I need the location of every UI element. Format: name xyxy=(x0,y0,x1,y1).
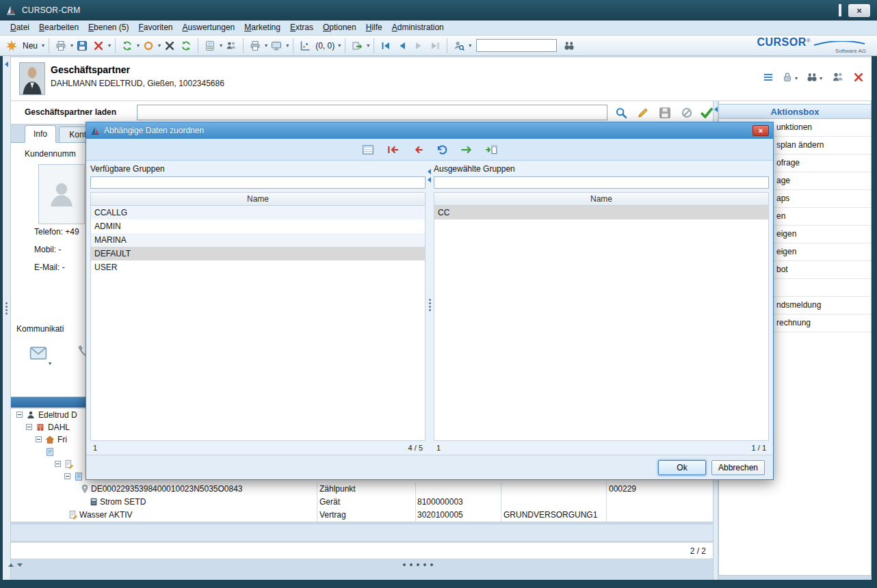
list-item-selected[interactable]: DEFAULT xyxy=(91,247,425,260)
partners-icon[interactable] xyxy=(830,70,846,85)
dialog-close-button[interactable]: × xyxy=(752,125,769,136)
table-row[interactable]: Wasser AKTIV Vertrag 3020100005 GRUNDVER… xyxy=(11,509,713,522)
confirm-icon[interactable] xyxy=(699,105,714,120)
calculator-icon[interactable] xyxy=(202,38,218,54)
splitter-handle[interactable] xyxy=(426,299,434,311)
fax-dropdown-arrow[interactable]: ▾ xyxy=(265,43,267,49)
binoculars-icon[interactable] xyxy=(562,38,577,54)
available-groups-filter-input[interactable] xyxy=(90,176,426,189)
nav-last-button[interactable] xyxy=(428,38,443,54)
tree-expander-icon[interactable] xyxy=(16,412,23,418)
new-icon[interactable] xyxy=(4,38,19,54)
status-dropdown-arrow[interactable]: ▾ xyxy=(158,43,161,49)
column-settings-icon[interactable] xyxy=(362,144,374,156)
email-compose-icon[interactable] xyxy=(27,343,49,364)
cancel-icon[interactable] xyxy=(162,38,177,54)
coordinates-icon[interactable] xyxy=(298,38,313,54)
collapse-sidebar-icon[interactable] xyxy=(714,107,718,112)
save-icon[interactable] xyxy=(75,38,90,54)
column-header-name[interactable]: Name xyxy=(90,192,426,206)
tree-expander-icon[interactable] xyxy=(36,436,42,442)
menu-ebenen[interactable]: Ebenen (5) xyxy=(83,21,133,35)
menu-optionen[interactable]: Optionen xyxy=(318,21,361,35)
menu-datei[interactable]: Datei xyxy=(5,21,34,35)
menu-list-icon[interactable] xyxy=(761,70,776,85)
save-record-icon[interactable] xyxy=(657,105,672,120)
refresh-dropdown-arrow[interactable]: ▾ xyxy=(137,43,140,49)
menu-auswertungen[interactable]: Auswertungen xyxy=(178,21,240,35)
collapse-down-icon[interactable] xyxy=(17,563,23,567)
selected-groups-filter-input[interactable] xyxy=(434,176,769,189)
horizontal-scrollbar[interactable] xyxy=(11,524,713,542)
header-binoculars-icon[interactable] xyxy=(804,70,820,85)
sync-icon[interactable] xyxy=(179,38,194,54)
splitter-chevron-icon[interactable] xyxy=(428,169,431,174)
search-icon[interactable] xyxy=(614,105,629,120)
lock-dropdown-arrow[interactable]: ▾ xyxy=(795,75,798,81)
new-button-label[interactable]: Neu xyxy=(23,41,38,51)
block-icon[interactable] xyxy=(679,105,694,120)
list-item[interactable]: USER xyxy=(91,260,425,274)
menu-administration[interactable]: Administration xyxy=(387,21,449,35)
new-dropdown-arrow[interactable]: ▾ xyxy=(42,43,44,49)
assign-all-icon[interactable] xyxy=(485,144,497,156)
menu-bearbeiten[interactable]: Bearbeiten xyxy=(34,21,83,35)
refresh-icon[interactable] xyxy=(120,38,135,54)
partner-load-input[interactable] xyxy=(137,105,607,120)
fax-icon[interactable] xyxy=(248,38,263,54)
print-dropdown-arrow[interactable]: ▾ xyxy=(70,43,73,49)
table-row[interactable]: DE00022935398400010023N5035O0843 Zählpun… xyxy=(11,483,713,496)
nav-prev-button[interactable] xyxy=(395,38,410,54)
tree-expander-icon[interactable] xyxy=(26,424,32,430)
monitor-dropdown-arrow[interactable]: ▾ xyxy=(286,43,289,49)
list-item-selected[interactable]: CC xyxy=(434,206,768,219)
collapse-up-icon[interactable] xyxy=(8,563,14,567)
close-record-icon[interactable] xyxy=(851,70,866,85)
person-search-icon[interactable] xyxy=(451,38,467,54)
column-header-name[interactable]: Name xyxy=(434,192,769,206)
tab-info[interactable]: Info xyxy=(25,125,56,143)
delete-dropdown-arrow[interactable]: ▾ xyxy=(108,43,111,49)
coordinates-dropdown-arrow[interactable]: ▾ xyxy=(338,43,341,49)
tree-expander-icon[interactable] xyxy=(64,473,70,479)
table-row[interactable]: Strom SETD Gerät 8100000003 xyxy=(11,496,713,509)
contacts-icon[interactable] xyxy=(224,38,239,54)
bottom-collapse-arrows[interactable] xyxy=(8,563,23,567)
nav-first-button[interactable] xyxy=(378,38,393,54)
status-circle-icon[interactable] xyxy=(141,38,156,54)
export-icon[interactable] xyxy=(350,38,365,54)
delete-icon[interactable] xyxy=(91,38,106,54)
maximize-button[interactable] xyxy=(839,5,841,15)
edit-icon[interactable] xyxy=(636,105,651,120)
nav-next-button[interactable] xyxy=(411,38,426,54)
menu-favoriten[interactable]: Favoriten xyxy=(133,21,177,35)
ok-button[interactable]: Ok xyxy=(658,460,706,475)
toolbar-search-input[interactable] xyxy=(476,39,557,52)
menu-hilfe[interactable]: Hilfe xyxy=(361,21,387,35)
calculator-dropdown-arrow[interactable]: ▾ xyxy=(220,43,222,49)
dialog-panel-splitter[interactable] xyxy=(426,162,434,455)
list-item[interactable]: MARINA xyxy=(91,233,425,247)
list-item[interactable]: CCALLG xyxy=(91,206,425,219)
remove-selected-icon[interactable] xyxy=(411,144,423,156)
menu-extras[interactable]: Extras xyxy=(285,21,318,35)
menu-marketing[interactable]: Marketing xyxy=(239,21,285,35)
print-icon[interactable] xyxy=(53,38,68,54)
lock-icon[interactable] xyxy=(780,70,795,85)
assign-selected-icon[interactable] xyxy=(460,144,473,156)
cancel-button[interactable]: Abbrechen xyxy=(711,460,765,475)
dialog-titlebar[interactable]: Abhängige Daten zuordnen × xyxy=(86,122,773,139)
binoculars-dropdown-arrow[interactable]: ▾ xyxy=(820,75,822,81)
email-dropdown-arrow[interactable]: ▾ xyxy=(49,361,51,366)
left-collapse-strip[interactable] xyxy=(3,56,11,580)
list-item[interactable]: ADMIN xyxy=(91,219,425,233)
export-dropdown-arrow[interactable]: ▾ xyxy=(367,43,369,49)
close-button[interactable]: × xyxy=(848,4,870,17)
collapse-left-icon[interactable] xyxy=(5,62,8,67)
left-splitter-handle[interactable] xyxy=(3,302,10,315)
undo-icon[interactable] xyxy=(436,144,448,156)
monitor-icon[interactable] xyxy=(269,38,284,54)
splitter-chevron-icon[interactable] xyxy=(428,177,431,183)
bottom-splitter-handle[interactable] xyxy=(403,563,433,566)
tree-expander-icon[interactable] xyxy=(55,461,61,467)
